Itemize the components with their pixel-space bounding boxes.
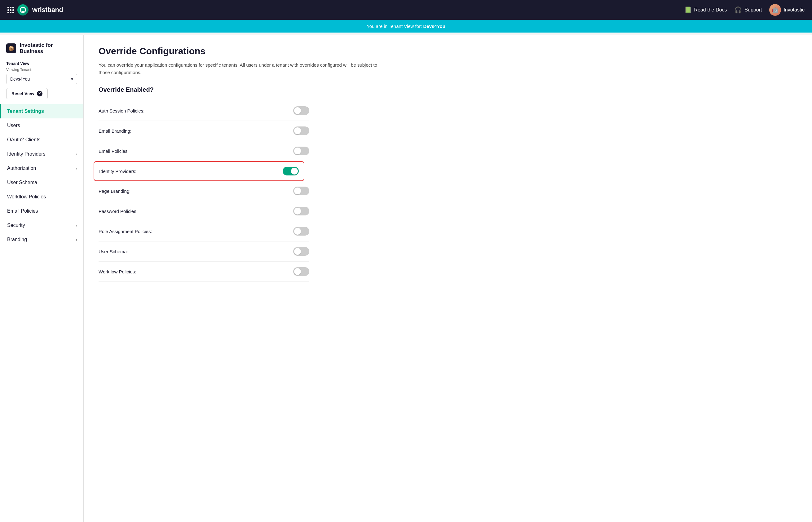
reset-view-button[interactable]: Reset View ✕: [6, 88, 48, 99]
support-icon: 🎧: [734, 6, 742, 14]
sidebar-item-label: Security: [7, 223, 25, 228]
toggle-label: Auth Session Policies:: [99, 108, 144, 114]
topnav: wristband 📗 Read the Docs 🎧 Support 🤖 In…: [0, 0, 812, 20]
sidebar-item-label: Users: [7, 123, 20, 128]
grid-icon[interactable]: [7, 7, 14, 13]
sidebar-item-email-policies[interactable]: Email Policies: [0, 204, 83, 218]
reset-view-label: Reset View: [12, 91, 35, 96]
toggle-list: Auth Session Policies: Email Branding: E…: [99, 101, 797, 282]
toggle-row-1: Email Branding:: [99, 121, 309, 141]
toggle-label: Password Policies:: [99, 208, 138, 214]
tenant-banner-prefix: You are in Tenant View for:: [367, 24, 423, 29]
sidebar-app-header: 📦 Invotastic for Business: [0, 35, 83, 60]
toggle-row-5: Password Policies:: [99, 201, 309, 221]
topnav-left: wristband: [7, 4, 63, 16]
chevron-right-icon: ›: [76, 237, 77, 242]
sidebar-item-label: Email Policies: [7, 208, 38, 214]
sidebar-item-workflow-policies[interactable]: Workflow Policies: [0, 190, 83, 204]
app-name: Invotastic for Business: [20, 42, 77, 55]
chevron-right-icon: ›: [76, 166, 77, 171]
chevron-down-icon: ▾: [71, 77, 73, 82]
sidebar-item-security[interactable]: Security ›: [0, 218, 83, 233]
toggle-row-7: User Schema:: [99, 241, 309, 262]
sidebar-item-authorization[interactable]: Authorization ›: [0, 161, 83, 176]
sidebar-item-label: Workflow Policies: [7, 194, 46, 200]
reset-x-icon: ✕: [37, 91, 42, 96]
toggle-label: Page Branding:: [99, 188, 130, 194]
tenant-select-value: Devs4You: [10, 77, 30, 82]
page-title: Override Configurations: [99, 46, 797, 56]
sidebar: 📦 Invotastic for Business Tenant View Vi…: [0, 35, 84, 522]
section-title: Override Enabled?: [99, 86, 797, 93]
tenant-select[interactable]: Devs4You ▾: [6, 74, 77, 84]
app-icon: 📦: [6, 43, 16, 53]
page-description: You can override your application config…: [99, 61, 378, 76]
sidebar-item-tenant-settings[interactable]: Tenant Settings: [0, 104, 83, 118]
docs-label: Read the Docs: [694, 7, 727, 13]
sidebar-item-label: Authorization: [7, 165, 36, 171]
tenant-banner-name: Devs4You: [423, 24, 445, 29]
sidebar-item-label: OAuth2 Clients: [7, 137, 41, 143]
sidebar-item-label: Branding: [7, 237, 27, 242]
toggle-switch[interactable]: [293, 147, 309, 155]
avatar: 🤖: [769, 4, 781, 16]
toggle-row-4: Page Branding:: [99, 181, 309, 201]
layout: 📦 Invotastic for Business Tenant View Vi…: [0, 35, 812, 522]
logo-icon: [17, 4, 28, 16]
toggle-switch[interactable]: [293, 247, 309, 256]
toggle-label: Email Policies:: [99, 148, 129, 154]
sidebar-item-branding[interactable]: Branding ›: [0, 233, 83, 247]
toggle-switch[interactable]: [283, 167, 299, 176]
support-label: Support: [745, 7, 762, 13]
sidebar-item-label: Identity Providers: [7, 151, 45, 157]
toggle-label: Identity Providers:: [99, 168, 136, 174]
brand-name: wristband: [32, 6, 63, 14]
toggle-switch[interactable]: [293, 267, 309, 276]
user-menu[interactable]: 🤖 Invotastic: [769, 4, 805, 16]
tenant-view-section: Tenant View Viewing Tenant: Devs4You ▾ R…: [0, 60, 83, 104]
sidebar-item-label: User Schema: [7, 180, 37, 185]
sidebar-item-oauth2-clients[interactable]: OAuth2 Clients: [0, 133, 83, 147]
toggle-switch[interactable]: [293, 227, 309, 236]
toggle-switch[interactable]: [293, 187, 309, 195]
sidebar-item-user-schema[interactable]: User Schema: [0, 176, 83, 190]
sidebar-item-users[interactable]: Users: [0, 118, 83, 133]
docs-link[interactable]: 📗 Read the Docs: [684, 6, 727, 14]
toggle-label: Role Assignment Policies:: [99, 229, 152, 234]
chevron-right-icon: ›: [76, 223, 77, 228]
toggle-row-6: Role Assignment Policies:: [99, 221, 309, 241]
main-content: Override Configurations You can override…: [84, 35, 812, 522]
toggle-switch[interactable]: [293, 126, 309, 135]
docs-icon: 📗: [684, 6, 692, 14]
user-name: Invotastic: [784, 7, 805, 13]
toggle-label: Workflow Policies:: [99, 269, 136, 274]
toggle-label: User Schema:: [99, 249, 128, 254]
sidebar-nav: Tenant Settings Users OAuth2 Clients Ide…: [0, 104, 83, 247]
sidebar-item-label: Tenant Settings: [7, 108, 44, 114]
topnav-right: 📗 Read the Docs 🎧 Support 🤖 Invotastic: [684, 4, 805, 16]
toggle-switch[interactable]: [293, 106, 309, 115]
toggle-row-3: Identity Providers:: [94, 161, 304, 181]
support-link[interactable]: 🎧 Support: [734, 6, 762, 14]
tenant-banner: You are in Tenant View for: Devs4You: [0, 20, 812, 33]
toggle-row-0: Auth Session Policies:: [99, 101, 309, 121]
toggle-row-2: Email Policies:: [99, 141, 309, 161]
toggle-label: Email Branding:: [99, 128, 131, 134]
toggle-row-8: Workflow Policies:: [99, 262, 309, 282]
viewing-tenant-label: Viewing Tenant:: [6, 67, 77, 72]
toggle-switch[interactable]: [293, 207, 309, 216]
chevron-right-icon: ›: [76, 152, 77, 157]
sidebar-item-identity-providers[interactable]: Identity Providers ›: [0, 147, 83, 161]
tenant-view-label: Tenant View: [6, 61, 77, 66]
